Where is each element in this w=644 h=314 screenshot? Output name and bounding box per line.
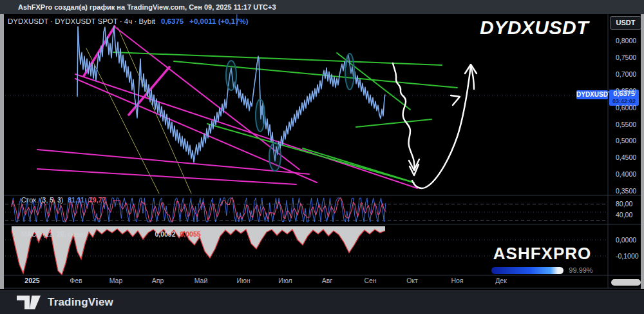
footer-brand-name[interactable]: TradingView — [48, 296, 113, 309]
circle-annotation — [345, 54, 354, 90]
currency-toggle-button[interactable]: USDT — [610, 16, 641, 30]
legend-title[interactable]: DYDXUSDT · DYDXUSDT SPOT · 4ч · Bybit — [8, 17, 155, 25]
price-scale-label[interactable]: 0,3500 — [616, 187, 636, 195]
price-scale-label[interactable]: 0,4000 — [616, 170, 636, 178]
time-axis-label[interactable]: Окт — [406, 277, 418, 284]
stoch-scale-label[interactable]: 40,00 — [616, 211, 632, 219]
circle-annotation — [226, 61, 236, 90]
white-up-arrowhead — [451, 95, 460, 105]
time-axis-label[interactable]: Мар — [109, 277, 123, 284]
time-axis-label[interactable]: Фев — [70, 277, 82, 284]
green-trendline — [356, 119, 431, 127]
symbol-watermark: DYDXUSDT — [480, 17, 589, 39]
brand-progress-bar — [491, 267, 564, 274]
stoch-d-value: 79,77 — [89, 196, 106, 204]
time-axis-label[interactable]: 2025 — [24, 277, 39, 284]
time-axis-label[interactable]: Апр — [152, 277, 164, 284]
price-scale-label[interactable]: 0,6500 — [616, 87, 636, 95]
tradingview-chart-screenshot: AshFXPro создал(а) график на TradingView… — [0, 0, 644, 314]
magenta-trendline — [37, 169, 296, 184]
green-trendline — [207, 124, 413, 182]
time-axis-label[interactable]: Авг — [322, 277, 332, 284]
white-down-arrow — [393, 63, 415, 170]
time-axis-label[interactable]: Дек — [495, 277, 507, 284]
macd-scale-label[interactable]: -0,1000 — [616, 252, 639, 260]
green-trendline — [174, 61, 457, 88]
brand-progress-percent: 99.99% — [569, 266, 592, 274]
brand-name: ASHFXPRO — [478, 244, 607, 264]
macd-label[interactable]: MACD (12, 26, close) — [21, 230, 86, 238]
time-axis-label[interactable]: Июн — [236, 277, 250, 284]
time-axis-label[interactable]: Июл — [278, 277, 292, 284]
macd-legend[interactable]: MACD (12, 26, close) 0,0092 0,0055 — [21, 230, 201, 238]
stoch-legend[interactable]: Стох. (3, 5, 3) 81,11 79,77 — [21, 196, 106, 204]
magenta-trendline — [75, 79, 317, 182]
price-line-highlight — [77, 26, 385, 162]
price-scale-label[interactable]: 0,7500 — [616, 54, 636, 61]
symbol-legend[interactable]: DYDXUSDT · DYDXUSDT SPOT · 4ч · Bybit 0,… — [8, 17, 249, 25]
right-window-edge — [641, 14, 644, 289]
stoch-k-value: 81,11 — [68, 196, 84, 204]
legend-change: +0,0011 (+0,17%) — [189, 17, 248, 25]
macd-scale-label[interactable]: 0,0000 — [616, 236, 636, 244]
circle-annotation — [256, 99, 265, 132]
stoch-label[interactable]: Стох. (3, 5, 3) — [21, 196, 63, 204]
macd-value: 0,0092 — [155, 230, 175, 238]
price-scale-label[interactable]: 0,6000 — [616, 104, 636, 112]
price-scale-label[interactable]: 0,5500 — [616, 121, 636, 128]
macd-signal-value: 0,0055 — [180, 230, 201, 238]
time-axis-label[interactable]: Ноя — [451, 277, 463, 284]
stoch-scale-label[interactable]: 80,00 — [616, 200, 632, 208]
time-axis-label[interactable]: Сен — [364, 277, 376, 284]
circle-annotation — [269, 142, 281, 171]
time-axis-label[interactable]: Май — [194, 277, 208, 284]
horizontal-scrollbar-thumb[interactable] — [611, 279, 641, 286]
attribution-bar: AshFXPro создал(а) график на TradingView… — [0, 0, 644, 14]
left-window-edge — [0, 14, 4, 289]
price-scale-label[interactable]: 0,5000 — [616, 137, 636, 144]
price-scale-label[interactable]: 0,4500 — [616, 153, 636, 161]
footer-bar: TradingView — [0, 290, 644, 314]
price-scale-label[interactable]: 0,8000 — [616, 37, 636, 44]
price-scale-label[interactable]: 0,7000 — [616, 70, 636, 78]
price-label-symbol: DYDXUSDT — [576, 90, 608, 99]
price-line — [77, 26, 385, 162]
legend-price: 0,6375 — [161, 17, 184, 25]
green-trendline — [303, 148, 414, 182]
attribution-text: AshFXPro создал(а) график на TradingView… — [0, 0, 644, 14]
brand-watermark: ASHFXPRO 99.99% — [478, 244, 607, 274]
tradingview-logo-icon[interactable] — [17, 295, 41, 309]
